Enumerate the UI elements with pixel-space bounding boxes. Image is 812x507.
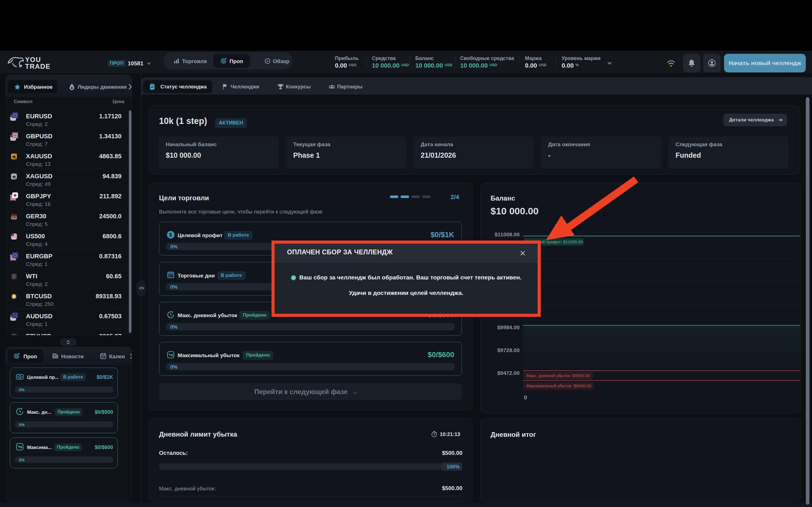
svg-text:₿: ₿	[13, 295, 15, 298]
svg-text:Au: Au	[14, 158, 16, 159]
svg-text:GER40: GER40	[12, 217, 16, 219]
svg-text:Ag: Ag	[14, 177, 16, 179]
